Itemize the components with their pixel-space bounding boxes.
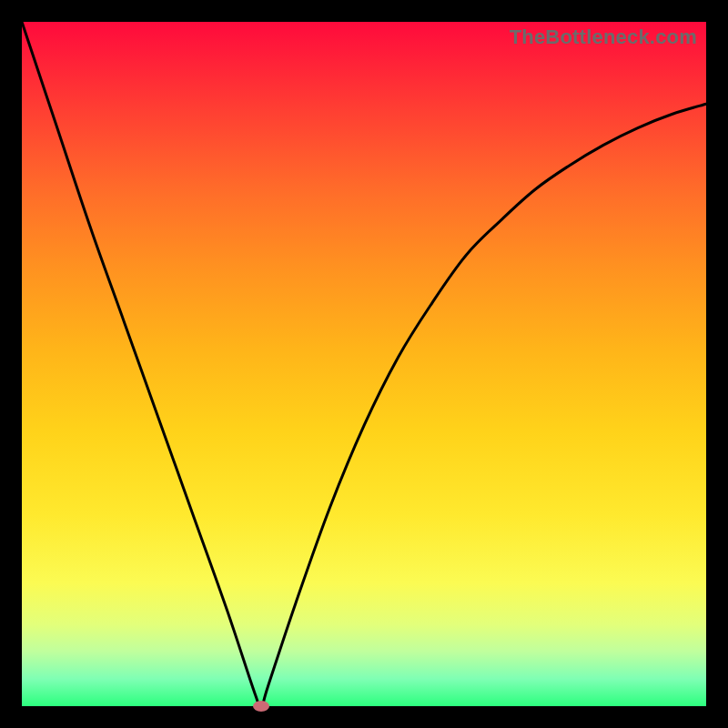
bottleneck-curve [22,22,706,707]
chart-frame: TheBottleneck.com [0,0,728,728]
curve-svg [22,22,706,706]
minimum-marker [253,701,269,712]
plot-area: TheBottleneck.com [22,22,706,706]
